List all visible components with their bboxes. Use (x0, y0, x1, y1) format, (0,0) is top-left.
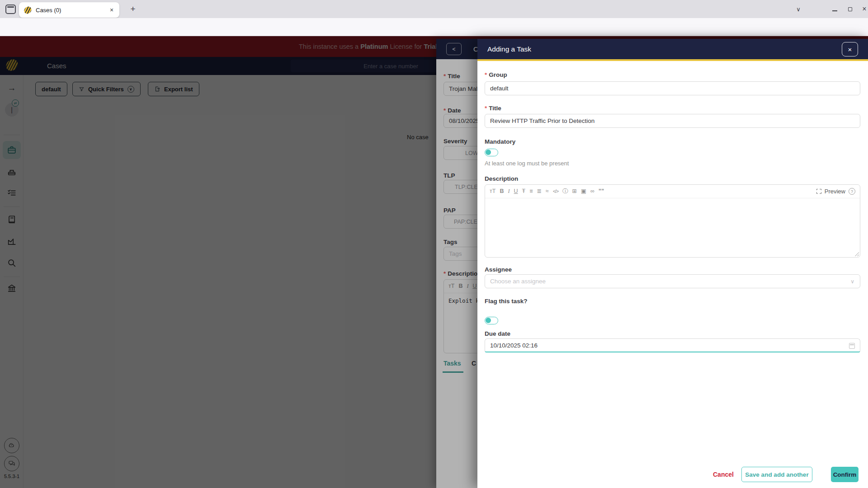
list-tabs-chevron-icon[interactable]: ∨ (793, 4, 804, 14)
task-drawer-header: Adding a Task × (477, 39, 868, 59)
bold-icon[interactable]: B (500, 188, 504, 194)
mandatory-toggle[interactable] (485, 149, 498, 156)
firefox-view-icon[interactable] (5, 5, 16, 14)
assignee-label: Assignee (485, 266, 512, 273)
flag-toggle[interactable] (485, 317, 498, 324)
title-input[interactable]: Review HTTP Traffic Prior to Detection (485, 114, 860, 128)
due-date-input[interactable]: 10/10/2025 02:16 (485, 338, 860, 352)
quote-icon[interactable]: ”” (599, 188, 604, 194)
mandatory-helper-text: At least one log must be present (485, 160, 569, 167)
confirm-button[interactable]: Confirm (831, 467, 859, 482)
calendar-icon[interactable] (849, 343, 855, 349)
browser-tab[interactable]: Cases (0) × (19, 2, 119, 18)
chevron-down-icon: ∨ (850, 275, 854, 289)
browser-toolbar: ← → ⟳ http://localhost:9000/cases ☆ (0, 18, 868, 36)
title-label: *Title (485, 105, 501, 112)
link-icon[interactable]: ∞ (590, 188, 594, 194)
table-icon[interactable]: ⊞ (572, 188, 577, 194)
image-icon[interactable]: ▣ (581, 188, 586, 194)
group-label: *Group (485, 71, 507, 78)
bullet-list-icon[interactable]: ≡ (529, 188, 533, 194)
resize-handle[interactable] (854, 251, 859, 256)
description-editor[interactable]: ᴛT B I U Ŧ ≡ ≣ ≈ </> ⓘ ⊞ ▣ ∞ ”” Preview … (485, 184, 860, 258)
window-close-button[interactable]: × (859, 4, 868, 14)
preview-button[interactable]: Preview (825, 188, 845, 195)
underline-icon[interactable]: U (514, 188, 518, 194)
tab-close-icon[interactable]: × (107, 5, 117, 15)
close-icon[interactable]: × (842, 42, 858, 56)
info-box-icon[interactable]: ⓘ (562, 188, 568, 194)
tab-title: Cases (0) (36, 7, 61, 14)
flag-label: Flag this task? (485, 298, 528, 305)
thehive-favicon (23, 5, 33, 14)
window-maximize-button[interactable] (844, 4, 855, 14)
new-tab-button[interactable]: + (127, 4, 138, 14)
header-accent-line (477, 59, 868, 61)
assignee-select[interactable]: Choose an assignee ∨ (485, 274, 860, 288)
adding-task-drawer: Adding a Task × *Group default *Title Re… (477, 39, 868, 488)
italic-icon[interactable]: I (508, 188, 509, 194)
save-and-add-another-button[interactable]: Save and add another (741, 467, 812, 482)
due-date-label: Due date (485, 330, 510, 337)
group-input[interactable]: default (485, 81, 860, 95)
description-textarea[interactable] (485, 198, 860, 257)
browser-tab-bar: Cases (0) × + ∨ × (0, 0, 868, 18)
numbered-list-icon[interactable]: ≣ (537, 188, 542, 194)
wrap-text-icon[interactable]: ≈ (546, 188, 549, 194)
cancel-button[interactable]: Cancel (713, 467, 734, 482)
task-drawer-title: Adding a Task (487, 39, 531, 59)
help-icon[interactable]: ? (849, 188, 855, 195)
fullscreen-icon[interactable] (816, 189, 821, 194)
code-icon[interactable]: </> (553, 189, 558, 194)
window-minimize-button[interactable] (829, 4, 840, 14)
description-label: Description (485, 175, 518, 182)
strikethrough-icon[interactable]: Ŧ (522, 188, 526, 194)
markdown-toolbar: ᴛT B I U Ŧ ≡ ≣ ≈ </> ⓘ ⊞ ▣ ∞ ”” Preview … (485, 185, 860, 198)
mandatory-label: Mandatory (485, 138, 515, 145)
heading-icon[interactable]: ᴛT (490, 188, 495, 194)
